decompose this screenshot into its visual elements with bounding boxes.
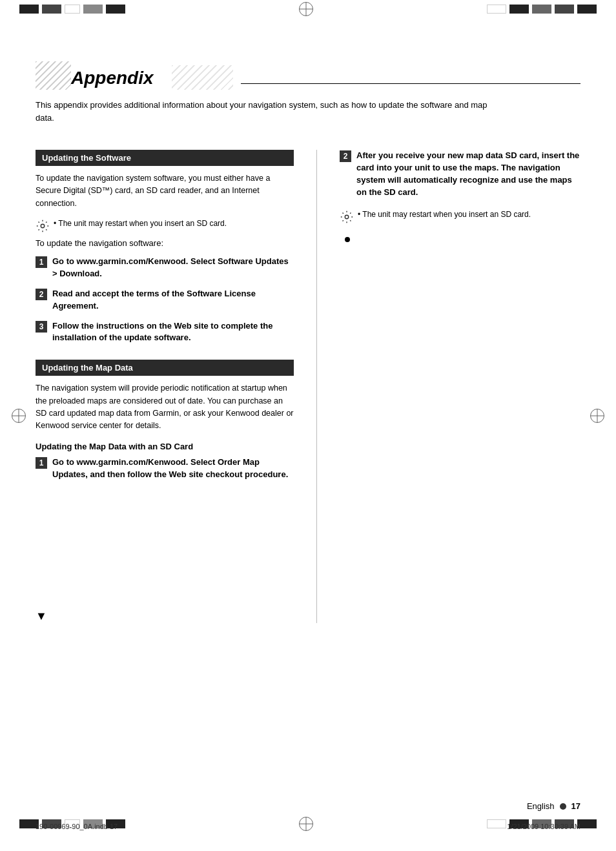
gear-icon bbox=[36, 219, 50, 233]
footer-right: 1/21/2009 10:30:39 AM bbox=[507, 823, 580, 830]
updating-map-section: Updating the Map Data The navigation sys… bbox=[36, 360, 294, 480]
step-3-text: Follow the instructions on the Web site … bbox=[52, 320, 294, 345]
footer-date: 1/21/2009 10:30:39 AM bbox=[507, 823, 580, 830]
footer-left: 190-00969-90_0A.indb 17 bbox=[36, 823, 118, 830]
right-step-2: 2 After you receive your new map data SD… bbox=[340, 150, 580, 198]
updating-map-header: Updating the Map Data bbox=[36, 360, 294, 376]
right-note-row: • The unit may restart when you insert a… bbox=[340, 210, 580, 224]
footer-file-info: 190-00969-90_0A.indb 17 bbox=[36, 823, 118, 830]
step-1: 1 Go to www.garmin.com/Kenwood. Select S… bbox=[36, 256, 294, 280]
page-circle bbox=[560, 803, 566, 810]
right-column: 2 After you receive your new map data SD… bbox=[340, 150, 580, 623]
left-column: Updating the Software To update the navi… bbox=[36, 150, 294, 623]
software-note-text: • The unit may restart when you insert a… bbox=[54, 219, 227, 228]
software-note-row: • The unit may restart when you insert a… bbox=[36, 219, 294, 233]
right-step-2-text: After you receive your new map data SD c… bbox=[356, 150, 580, 198]
right-gear-icon bbox=[340, 210, 354, 224]
map-step-1-num: 1 bbox=[36, 457, 47, 469]
updating-map-body: The navigation system will provide perio… bbox=[36, 382, 294, 433]
updating-software-header: Updating the Software bbox=[36, 150, 294, 166]
step-3: 3 Follow the instructions on the Web sit… bbox=[36, 320, 294, 345]
step-2-text: Read and accept the terms of the Softwar… bbox=[52, 288, 294, 313]
sub-intro-text: To update the navigation software: bbox=[36, 238, 294, 248]
page-title-area: Appendix bbox=[36, 59, 580, 87]
page-number: 17 bbox=[571, 801, 580, 811]
svg-point-0 bbox=[41, 224, 45, 228]
map-step-1-text: Go to www.garmin.com/Kenwood. Select Ord… bbox=[52, 456, 294, 481]
column-divider bbox=[316, 150, 317, 623]
footer-text-row: 190-00969-90_0A.indb 17 1/21/2009 10:30:… bbox=[36, 823, 580, 830]
step-2: 2 Read and accept the terms of the Softw… bbox=[36, 288, 294, 313]
step-3-num: 3 bbox=[36, 321, 47, 333]
page-number-area: English 17 bbox=[527, 801, 580, 811]
updating-software-section: Updating the Software To update the navi… bbox=[36, 150, 294, 344]
svg-point-2 bbox=[345, 216, 349, 220]
bottom-arrow: ▼ bbox=[36, 610, 294, 623]
step-1-text: Go to www.garmin.com/Kenwood. Select Sof… bbox=[52, 256, 294, 280]
step-1-num: 1 bbox=[36, 256, 47, 268]
map-subsection-title: Updating the Map Data with an SD Card bbox=[36, 442, 294, 451]
map-step-1: 1 Go to www.garmin.com/Kenwood. Select O… bbox=[36, 456, 294, 481]
bullet-dot bbox=[345, 237, 350, 242]
right-step-2-num: 2 bbox=[340, 150, 351, 162]
right-note-text: • The unit may restart when you insert a… bbox=[358, 210, 531, 219]
step-2-num: 2 bbox=[36, 289, 47, 300]
updating-software-body: To update the navigation system software… bbox=[36, 172, 294, 210]
page-title: Appendix bbox=[71, 69, 154, 87]
language-label: English bbox=[527, 801, 555, 811]
intro-paragraph: This appendix provides additional inform… bbox=[36, 99, 500, 124]
